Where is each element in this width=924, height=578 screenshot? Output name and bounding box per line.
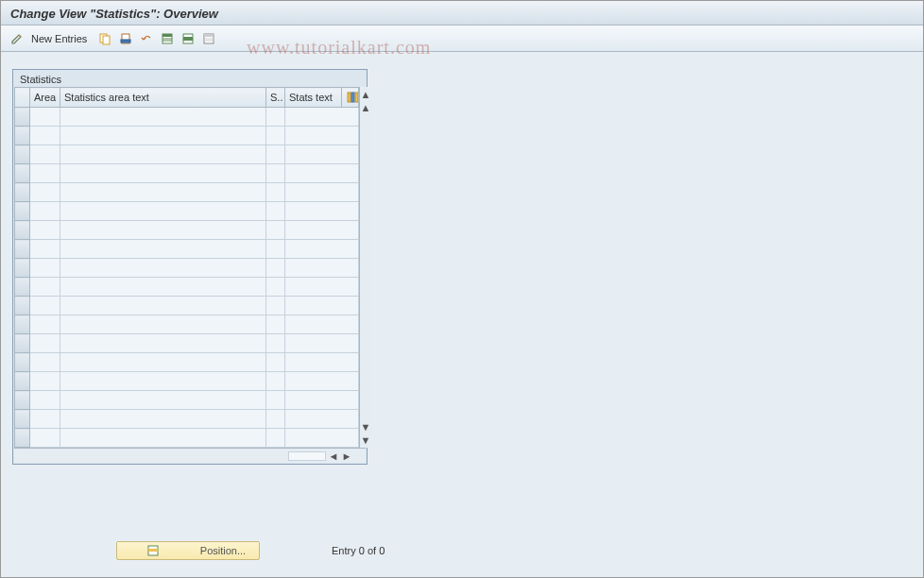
- column-header-stats-text[interactable]: Stats text: [285, 88, 342, 108]
- scroll-up-icon[interactable]: ▲: [360, 89, 371, 100]
- table-row[interactable]: [15, 259, 359, 278]
- scroll-down-step-icon[interactable]: ▼: [360, 421, 371, 433]
- table-row[interactable]: [15, 429, 359, 448]
- hscroll-track[interactable]: [288, 451, 326, 461]
- scroll-up-step-icon[interactable]: ▲: [360, 102, 371, 113]
- table-row[interactable]: [15, 297, 359, 315]
- svg-rect-9: [183, 37, 193, 41]
- column-header-s[interactable]: S..: [266, 88, 285, 108]
- position-button[interactable]: Position...: [116, 541, 260, 560]
- table-row[interactable]: [15, 372, 359, 391]
- svg-rect-14: [348, 93, 351, 102]
- toggle-edit-icon[interactable]: [9, 30, 26, 47]
- horizontal-scrollbar[interactable]: ◄ ►: [14, 448, 366, 463]
- undo-icon[interactable]: [138, 30, 155, 47]
- deselect-all-icon[interactable]: [200, 30, 217, 47]
- title-bar: Change View "Statistics": Overview: [1, 1, 923, 26]
- row-selector-header[interactable]: [15, 88, 30, 108]
- new-entries-button[interactable]: New Entries: [29, 33, 93, 44]
- select-all-icon[interactable]: [159, 30, 176, 47]
- page-title: Change View "Statistics": Overview: [10, 7, 914, 21]
- configure-columns-button[interactable]: [342, 88, 359, 108]
- footer-bar: Position... Entry 0 of 0: [116, 541, 385, 560]
- toolbar: New Entries: [1, 26, 923, 52]
- table-row[interactable]: [15, 164, 359, 183]
- position-icon: [121, 544, 185, 557]
- table-row[interactable]: [15, 334, 359, 353]
- svg-rect-18: [148, 549, 158, 552]
- statistics-table: Area Statistics area text S.. Stats text: [14, 87, 359, 448]
- entry-count-text: Entry 0 of 0: [332, 545, 385, 556]
- table-row[interactable]: [15, 221, 359, 240]
- table-row[interactable]: [15, 127, 359, 145]
- scroll-left-icon[interactable]: ◄: [328, 450, 339, 462]
- svg-rect-16: [355, 93, 358, 102]
- svg-rect-5: [163, 34, 172, 37]
- table-row[interactable]: [15, 183, 359, 202]
- table-row[interactable]: [15, 202, 359, 221]
- select-block-icon[interactable]: [180, 30, 197, 47]
- svg-rect-11: [204, 34, 214, 37]
- table-row[interactable]: [15, 353, 359, 372]
- table-row[interactable]: [15, 145, 359, 164]
- table-row[interactable]: [15, 108, 359, 127]
- table-row[interactable]: [15, 240, 359, 259]
- position-label: Position...: [191, 545, 255, 556]
- column-header-area[interactable]: Area: [30, 88, 60, 108]
- scroll-right-icon[interactable]: ►: [341, 450, 352, 462]
- table-row[interactable]: [15, 410, 359, 429]
- table-row[interactable]: [15, 315, 359, 334]
- svg-rect-3: [121, 40, 130, 42]
- scroll-down-icon[interactable]: ▼: [360, 434, 371, 446]
- svg-rect-1: [103, 36, 110, 44]
- statistics-grid-panel: Statistics Area Statistics area text S..…: [12, 69, 368, 465]
- content-area: Statistics Area Statistics area text S..…: [1, 52, 923, 577]
- copy-icon[interactable]: [96, 30, 113, 47]
- grid-title: Statistics: [14, 71, 366, 87]
- column-header-area-text[interactable]: Statistics area text: [60, 88, 266, 108]
- vertical-scrollbar[interactable]: ▲ ▲ ▼ ▼: [359, 87, 371, 448]
- table-row[interactable]: [15, 278, 359, 297]
- table-row[interactable]: [15, 391, 359, 410]
- delete-icon[interactable]: [117, 30, 134, 47]
- svg-rect-15: [351, 93, 354, 102]
